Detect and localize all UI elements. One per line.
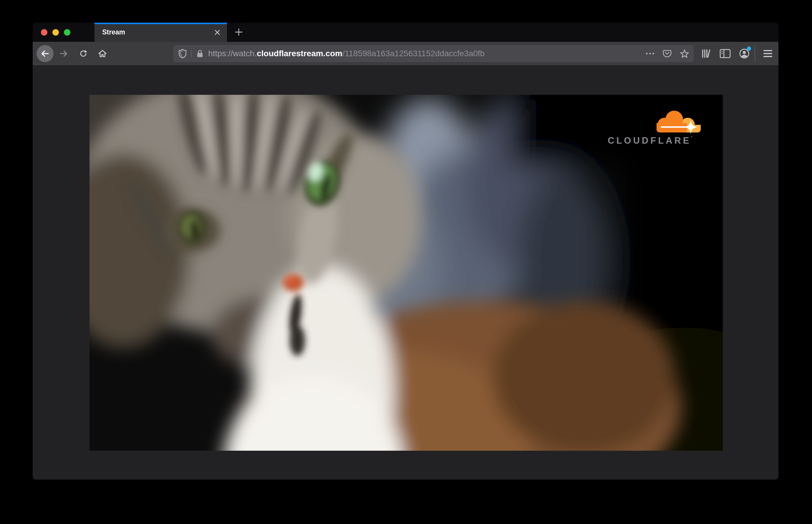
library-icon[interactable]: [700, 48, 712, 59]
url-path: /118598a163a125631152ddaccfe3a0fb: [342, 49, 485, 58]
tab-title: Stream: [102, 23, 125, 42]
cloudflare-watermark: CLOUDFLARE': [608, 110, 705, 148]
pocket-icon[interactable]: [663, 49, 672, 58]
video-player[interactable]: CLOUDFLARE': [90, 95, 723, 451]
home-button[interactable]: [97, 48, 108, 59]
page-actions-icon[interactable]: [645, 52, 655, 55]
new-tab-button[interactable]: [232, 25, 246, 39]
url-scheme: https://watch.: [208, 49, 257, 58]
back-button[interactable]: [36, 45, 53, 62]
urlbar-divider: [191, 50, 192, 58]
https-lock-icon[interactable]: [196, 49, 204, 58]
reload-button[interactable]: [78, 48, 88, 59]
close-window-button[interactable]: [41, 29, 47, 36]
cloudflare-wordmark: CLOUDFLARE': [608, 135, 705, 146]
menu-hamburger-icon[interactable]: [762, 48, 774, 59]
sidebar-toggle-icon[interactable]: [719, 48, 731, 59]
url-domain: cloudflarestream.com: [257, 49, 342, 58]
blurred-cat-video-frame: [90, 95, 723, 451]
toolbar-divider: [754, 46, 755, 62]
browser-window: Stream: [33, 23, 778, 479]
window-controls: [41, 23, 70, 42]
navigation-toolbar: https://watch.cloudflarestream.com/11859…: [33, 42, 778, 66]
cloudflare-trademark-tick: ': [691, 135, 695, 141]
bookmark-star-icon[interactable]: [680, 49, 689, 59]
tab-close-icon[interactable]: [214, 29, 221, 36]
account-icon[interactable]: [738, 48, 750, 60]
url-text: https://watch.cloudflarestream.com/11859…: [208, 49, 485, 58]
page-content: CLOUDFLARE': [33, 66, 778, 479]
desktop-background: Stream: [0, 0, 812, 524]
tracking-protection-shield-icon[interactable]: [178, 49, 187, 59]
tab-stream[interactable]: Stream: [95, 23, 227, 42]
zoom-window-button[interactable]: [64, 29, 70, 36]
account-notification-badge: [747, 47, 751, 51]
address-bar[interactable]: https://watch.cloudflarestream.com/11859…: [174, 45, 694, 62]
minimize-window-button[interactable]: [52, 29, 59, 36]
forward-button[interactable]: [59, 48, 69, 59]
cloudflare-cloud-icon: [608, 110, 705, 135]
tab-bar: Stream: [33, 23, 778, 42]
